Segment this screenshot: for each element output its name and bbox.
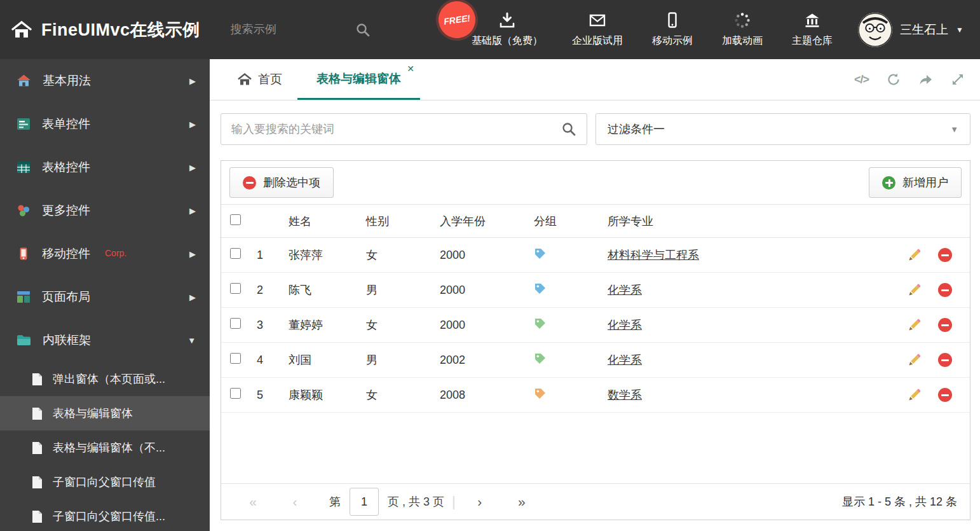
sidebar-item-more[interactable]: 更多控件 ▶: [0, 189, 210, 232]
document-icon: [32, 373, 43, 386]
refresh-icon[interactable]: [887, 72, 901, 86]
edit-pencil-icon[interactable]: [908, 318, 922, 332]
sidebar-item-mobile[interactable]: 移动控件 Corp. ▶: [0, 232, 210, 275]
row-checkbox[interactable]: [230, 388, 241, 399]
topbar-action-enterprise[interactable]: 企业版试用: [572, 11, 623, 48]
chevron-right-icon: ▶: [189, 120, 196, 129]
expand-icon[interactable]: [951, 72, 965, 86]
corp-badge: Corp.: [105, 248, 126, 258]
folder-icon: [17, 333, 31, 347]
sidebar-item-iframe[interactable]: 内联框架 ▼: [0, 319, 210, 362]
row-checkbox[interactable]: [230, 248, 241, 259]
major-link[interactable]: 化学系: [608, 284, 642, 296]
page-prefix: 第: [329, 494, 341, 509]
keyword-search-input[interactable]: [231, 123, 561, 136]
tag-icon: [534, 352, 547, 365]
row-checkbox[interactable]: [230, 353, 241, 364]
topbar-action-loading[interactable]: 加载动画: [722, 11, 763, 48]
topbar-action-themes[interactable]: 主题仓库: [792, 11, 833, 48]
document-icon: [32, 407, 43, 420]
cell-gender: 女: [361, 238, 435, 273]
sidebar-subitem-popup-window[interactable]: 弹出窗体（本页面或...: [0, 362, 210, 396]
sidebar-subitem-child-to-parent[interactable]: 子窗口向父窗口传值: [0, 465, 210, 499]
delete-row-icon[interactable]: [938, 388, 952, 402]
major-link[interactable]: 化学系: [608, 354, 642, 366]
loading-icon: [733, 11, 751, 29]
delete-row-icon[interactable]: [938, 283, 952, 297]
last-page-icon[interactable]: »: [514, 494, 529, 509]
delete-row-icon[interactable]: [938, 318, 952, 332]
search-icon[interactable]: [561, 121, 576, 137]
user-menu[interactable]: 三生石上 ▼: [858, 13, 980, 47]
row-checkbox[interactable]: [230, 283, 241, 294]
sidebar-item-label: 移动控件: [42, 245, 90, 262]
chevron-right-icon: ▶: [189, 163, 196, 172]
delete-row-icon[interactable]: [938, 353, 952, 367]
major-link[interactable]: 材料科学与工程系: [608, 249, 699, 261]
row-number: 2: [252, 273, 283, 308]
page-info: 页 , 共 3 页: [388, 494, 444, 509]
pagination-bar: « ‹ 第 页 , 共 3 页 | › » 显示 1 - 5 条 , 共 12 …: [221, 483, 970, 520]
document-icon: [32, 441, 43, 455]
tab-grid-edit-window[interactable]: 表格与编辑窗体 ✕: [297, 59, 420, 100]
sidebar-item-grid[interactable]: 表格控件 ▶: [0, 146, 210, 189]
sidebar-item-basic[interactable]: 基本用法 ▶: [0, 59, 210, 102]
major-link[interactable]: 数学系: [608, 389, 642, 401]
prev-page-icon[interactable]: ‹: [287, 494, 303, 509]
mobile-controls-icon: [17, 247, 31, 261]
sidebar-subitem-label: 子窗口向父窗口传值...: [53, 509, 165, 524]
row-checkbox[interactable]: [230, 318, 241, 329]
cell-name: 董婷婷: [283, 308, 361, 343]
search-icon[interactable]: [355, 22, 371, 38]
first-page-icon[interactable]: «: [245, 494, 261, 509]
column-header-group: 分组: [529, 205, 602, 238]
major-link[interactable]: 化学系: [608, 319, 642, 331]
sidebar-subitem-grid-edit-window[interactable]: 表格与编辑窗体: [0, 396, 210, 431]
table-row: 4 刘国 男 2002 化学系: [221, 343, 970, 378]
column-header-actions: [899, 205, 970, 238]
share-icon[interactable]: [918, 72, 933, 86]
document-icon: [32, 476, 43, 489]
table-row: 2 陈飞 男 2000 化学系: [221, 273, 970, 308]
sidebar-subitem-child-to-parent-2[interactable]: 子窗口向父窗口传值...: [0, 499, 210, 531]
add-user-button[interactable]: 新增用户: [869, 167, 962, 198]
sidebar-subitem-label: 表格与编辑窗体: [53, 406, 133, 421]
delete-row-icon[interactable]: [938, 248, 952, 262]
topbar-action-label: 移动示例: [652, 34, 693, 48]
page-number-input[interactable]: [350, 488, 379, 516]
edit-pencil-icon[interactable]: [908, 388, 922, 402]
topbar-action-mobile[interactable]: 移动示例: [652, 11, 693, 48]
topbar-search-input[interactable]: [231, 23, 326, 36]
column-header-index: [252, 205, 283, 238]
grid-panel: 删除选中项 新增用户 姓名 性别: [221, 160, 970, 520]
close-icon[interactable]: ✕: [407, 64, 414, 74]
filter-dropdown[interactable]: 过滤条件一 ▼: [595, 113, 970, 145]
sidebar-item-label: 更多控件: [42, 202, 90, 219]
tag-icon: [534, 282, 547, 295]
delete-selected-button[interactable]: 删除选中项: [229, 167, 334, 198]
sidebar: 基本用法 ▶ 表单控件 ▶ 表格控件 ▶ 更多控件 ▶: [0, 59, 210, 531]
tab-home[interactable]: 首页: [222, 59, 297, 100]
row-number: 3: [252, 308, 283, 343]
sidebar-item-form[interactable]: 表单控件 ▶: [0, 102, 210, 146]
sidebar-subitem-grid-edit-window-2[interactable]: 表格与编辑窗体（不...: [0, 431, 210, 465]
table-icon: [17, 160, 31, 174]
mobile-icon: [664, 11, 681, 29]
topbar-action-basic[interactable]: FREE! 基础版（免费）: [472, 11, 543, 48]
next-page-icon[interactable]: ›: [472, 494, 487, 509]
tab-label: 表格与编辑窗体: [316, 71, 401, 87]
table-row: 5 康颖颖 女 2008 数学系: [221, 378, 970, 413]
edit-pencil-icon[interactable]: [908, 248, 922, 262]
sidebar-item-label: 基本用法: [43, 72, 91, 89]
sidebar-item-layout[interactable]: 页面布局 ▶: [0, 275, 210, 319]
code-icon[interactable]: </>: [854, 73, 869, 86]
edit-pencil-icon[interactable]: [908, 353, 922, 367]
cell-name: 康颖颖: [283, 378, 361, 413]
table-header-row: 姓名 性别 入学年份 分组 所学专业: [221, 205, 970, 238]
brand[interactable]: FineUIMvc在线示例: [0, 18, 200, 41]
chevron-down-icon: ▼: [956, 25, 963, 34]
select-all-checkbox[interactable]: [230, 214, 241, 225]
row-number: 1: [252, 238, 283, 273]
edit-pencil-icon[interactable]: [908, 283, 922, 297]
column-header-major: 所学专业: [602, 205, 899, 238]
